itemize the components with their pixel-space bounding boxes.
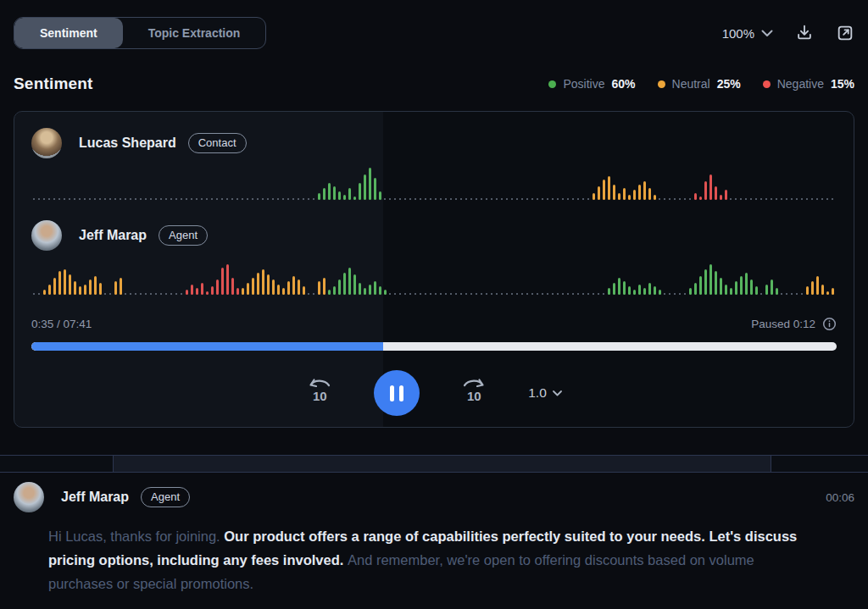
zoom-level-dropdown[interactable]: 100%: [722, 26, 773, 41]
view-tabs: Sentiment Topic Extraction: [14, 17, 266, 49]
download-button[interactable]: [795, 24, 814, 42]
zoom-level-value: 100%: [722, 26, 754, 41]
legend-item-negative: Negative 15%: [763, 77, 854, 91]
transcript-speaker-name: Jeff Marap: [61, 490, 129, 505]
section-header: Sentiment Positive 60% Neutral 25% Negat…: [14, 75, 854, 93]
neutral-dot-icon: [658, 80, 665, 88]
chevron-down-icon: [553, 390, 562, 396]
speaker-row-agent: Jeff Marap Agent: [31, 220, 208, 251]
legend-value: 15%: [831, 77, 854, 91]
waveform-track-contact[interactable]: [31, 163, 835, 200]
expand-button[interactable]: [836, 24, 854, 42]
page-title: Sentiment: [14, 75, 93, 93]
avatar: [14, 482, 44, 512]
transcript-message: Hi Lucas, thanks for joining. Our produc…: [48, 524, 808, 595]
pause-status: Paused 0:12: [751, 317, 837, 331]
open-in-new-icon: [836, 24, 854, 42]
message-timestamp: 00:06: [826, 491, 854, 504]
pause-icon: [390, 385, 394, 401]
speaker-row-contact: Lucas Shepard Contact: [31, 128, 247, 158]
download-icon: [795, 24, 814, 42]
transcript-header: Jeff Marap Agent 00:06: [14, 482, 854, 512]
legend-value: 60%: [612, 77, 636, 91]
info-icon[interactable]: [822, 317, 837, 331]
tab-sentiment[interactable]: Sentiment: [14, 18, 123, 48]
role-badge: Agent: [159, 225, 208, 246]
sentiment-player-panel: Lucas Shepard Contact Jeff Marap Agent 0…: [14, 111, 854, 428]
progress-fill: [31, 342, 383, 351]
scrollbar-thumb[interactable]: [113, 456, 771, 472]
legend-label: Neutral: [672, 77, 710, 91]
speed-value: 1.0: [528, 385, 547, 401]
top-bar: Sentiment Topic Extraction 100%: [14, 17, 854, 49]
pause-icon: [399, 385, 403, 401]
waveform-track-agent[interactable]: [31, 257, 835, 295]
legend-label: Positive: [563, 77, 604, 91]
horizontal-scrollbar[interactable]: [0, 455, 868, 473]
forward-10-label: 10: [467, 389, 481, 403]
forward-10-button[interactable]: 10: [460, 377, 487, 409]
playback-speed-dropdown[interactable]: 1.0: [528, 385, 562, 401]
legend-item-positive: Positive 60%: [548, 77, 635, 91]
role-badge: Agent: [141, 487, 190, 507]
negative-dot-icon: [763, 80, 771, 88]
pause-button[interactable]: [374, 370, 420, 416]
top-actions: 100%: [722, 24, 854, 42]
tab-topic-extraction[interactable]: Topic Extraction: [123, 18, 266, 48]
message-segment: Hi Lucas, thanks for joining.: [48, 529, 224, 544]
positive-dot-icon: [548, 80, 556, 88]
avatar: [31, 128, 62, 158]
time-row: 0:35 / 07:41 Paused 0:12: [31, 317, 837, 331]
legend-value: 25%: [717, 77, 741, 91]
panel-content: Lucas Shepard Contact Jeff Marap Agent 0…: [14, 112, 854, 427]
playback-controls: 10 10 1.0: [14, 366, 854, 420]
speaker-name: Lucas Shepard: [79, 136, 176, 151]
rewind-10-label: 10: [313, 389, 327, 403]
sentiment-analysis-app: Sentiment Topic Extraction 100%: [0, 0, 868, 609]
sentiment-legend: Positive 60% Neutral 25% Negative 15%: [548, 77, 854, 91]
pause-status-text: Paused 0:12: [751, 318, 815, 330]
legend-label: Negative: [777, 77, 824, 91]
elapsed-time: 0:35 / 07:41: [31, 318, 92, 330]
playback-progress-bar[interactable]: [31, 342, 837, 351]
role-badge: Contact: [188, 133, 247, 153]
avatar: [31, 220, 62, 251]
legend-item-neutral: Neutral 25%: [658, 77, 741, 91]
speaker-name: Jeff Marap: [79, 228, 147, 243]
chevron-down-icon: [761, 30, 773, 37]
rewind-10-button[interactable]: 10: [306, 377, 333, 409]
